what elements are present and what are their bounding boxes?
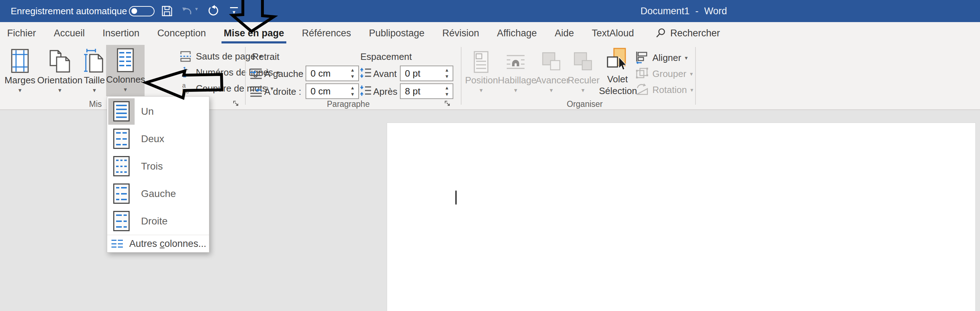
title-separator: - (695, 0, 699, 22)
menu-item-trois[interactable]: Trois (107, 153, 209, 180)
marges-icon (3, 46, 37, 73)
spin-up-icon[interactable]: ▲ (445, 68, 449, 72)
paragraph-dialog-launcher[interactable] (444, 100, 452, 108)
customize-bar-icon (230, 7, 238, 8)
indent-right-field[interactable]: 0 cm ▲ ▼ (305, 83, 359, 99)
marges-button[interactable]: Marges ▾ (3, 46, 37, 99)
more-columns-label: Autres colonnes... (129, 238, 206, 249)
group-separator (695, 47, 696, 105)
habillage-label: Habillage (498, 75, 533, 86)
spacing-after-field[interactable]: 8 pt ▲ ▼ (400, 83, 453, 99)
marges-chevron-icon: ▾ (3, 86, 37, 94)
volet-selection-icon (599, 46, 636, 73)
menu-item-label: Un (141, 106, 154, 117)
habillage-button: Habillage ▾ (498, 46, 533, 99)
colonnes-label: Colonnes (106, 74, 145, 85)
colonnes-icon (106, 45, 145, 73)
avancer-chevron-icon: ▾ (536, 86, 567, 94)
spin-up-icon[interactable]: ▲ (350, 86, 355, 90)
spin-down-icon[interactable]: ▼ (445, 75, 449, 79)
colonnes-dropdown-menu: Un Deux Trois (107, 96, 209, 253)
indent-left-spinner[interactable]: ▲ ▼ (348, 67, 357, 80)
indent-left-icon (249, 68, 263, 79)
columns-three-icon (108, 153, 135, 180)
reculer-chevron-icon: ▾ (568, 86, 598, 94)
sauts-de-page-label: Sauts de page (196, 51, 256, 62)
search-label: Rechercher (670, 28, 720, 39)
menu-item-autres-colonnes[interactable]: Autres colonnes... (107, 235, 209, 252)
undo-dropdown-chevron: ▾ (195, 7, 198, 11)
document-page[interactable] (387, 123, 976, 311)
orientation-button[interactable]: Orientation ▾ (37, 46, 83, 99)
spin-up-icon[interactable]: ▲ (445, 86, 449, 90)
menu-item-un[interactable]: Un (107, 97, 209, 125)
rotation-chevron-icon: ▾ (690, 86, 693, 93)
spin-up-icon[interactable]: ▲ (350, 68, 355, 72)
reculer-button: Reculer ▾ (568, 46, 598, 99)
taille-button[interactable]: Taille ▾ (83, 46, 105, 99)
indent-right-spinner[interactable]: ▲ ▼ (348, 85, 357, 98)
search-button[interactable]: Rechercher (655, 22, 720, 44)
spacing-after-spinner[interactable]: ▲ ▼ (442, 85, 452, 98)
sauts-de-page-button[interactable]: Sauts de page ▾ (178, 48, 262, 64)
volet-selection-button[interactable]: Volet Sélection (599, 46, 636, 99)
autosave-toggle[interactable] (129, 6, 154, 16)
tab-conception[interactable]: Conception (158, 22, 206, 44)
spin-down-icon[interactable]: ▼ (445, 92, 449, 97)
tab-revision[interactable]: Révision (442, 22, 479, 44)
spacing-before-field[interactable]: 0 pt ▲ ▼ (400, 65, 453, 81)
tab-publipostage[interactable]: Publipostage (369, 22, 425, 44)
tab-fichier[interactable]: Fichier (7, 22, 36, 44)
undo-icon (181, 5, 194, 17)
spacing-after-value: 8 pt (405, 86, 420, 97)
spacing-before-value: 0 pt (405, 68, 420, 79)
menu-item-label: Deux (141, 133, 164, 145)
tab-mise-en-page[interactable]: Mise en page (224, 22, 284, 44)
sauts-de-page-icon (178, 50, 193, 63)
orientation-chevron-icon: ▾ (37, 86, 83, 94)
menu-item-gauche[interactable]: Gauche (107, 180, 209, 207)
spacing-before-spinner[interactable]: ▲ ▼ (442, 67, 452, 80)
menu-item-droite[interactable]: Droite (107, 207, 209, 235)
aligner-chevron-icon: ▾ (685, 54, 688, 61)
indent-right-label: À droite : (264, 86, 301, 97)
marges-label: Marges (3, 75, 37, 86)
indent-left-label: À gauche : (264, 69, 309, 80)
position-label: Position (465, 75, 497, 86)
menu-item-label: Droite (141, 215, 168, 227)
customize-quick-access-toolbar-button[interactable]: ▾ (230, 7, 238, 15)
numeros-de-lignes-icon: 1- 2- (178, 66, 193, 78)
taille-icon (83, 46, 105, 73)
habillage-icon (498, 46, 533, 73)
volet-selection-label-line2: Sélection (599, 85, 636, 97)
spin-down-icon[interactable]: ▼ (350, 92, 355, 97)
indent-right-icon (249, 86, 263, 97)
tab-accueil[interactable]: Accueil (54, 22, 85, 44)
group-separator (245, 47, 246, 105)
page-setup-dialog-launcher[interactable] (232, 100, 240, 108)
tab-aide[interactable]: Aide (555, 22, 574, 44)
tab-affichage[interactable]: Affichage (497, 22, 537, 44)
ribbon-tab-bar: Fichier Accueil Insertion Conception Mis… (0, 22, 980, 44)
orientation-label: Orientation (37, 75, 83, 86)
colonnes-button[interactable]: Colonnes ▾ (106, 45, 145, 96)
orientation-icon (37, 46, 83, 73)
window-title: Document1 - Word (605, 0, 762, 22)
menu-item-label: Trois (141, 161, 163, 172)
rotation-icon (635, 83, 649, 97)
tab-insertion[interactable]: Insertion (103, 22, 140, 44)
save-icon[interactable] (161, 5, 173, 17)
menu-item-deux[interactable]: Deux (107, 125, 209, 153)
aligner-button[interactable]: Aligner ▾ (635, 50, 688, 65)
espacement-heading: Espacement (360, 51, 412, 62)
indent-left-field[interactable]: 0 cm ▲ ▼ (305, 65, 359, 81)
reculer-label: Reculer (568, 75, 598, 86)
spacing-before-label: Avant : (373, 69, 402, 80)
reculer-icon (568, 46, 598, 73)
tab-textaloud[interactable]: TextAloud (592, 22, 634, 44)
redo-icon[interactable] (207, 5, 220, 17)
title-bar: Enregistrement automatique ▾ ▾ Document1… (0, 0, 980, 22)
colonnes-chevron-icon: ▾ (106, 86, 145, 93)
spin-down-icon[interactable]: ▼ (350, 75, 355, 79)
tab-references[interactable]: Références (302, 22, 351, 44)
